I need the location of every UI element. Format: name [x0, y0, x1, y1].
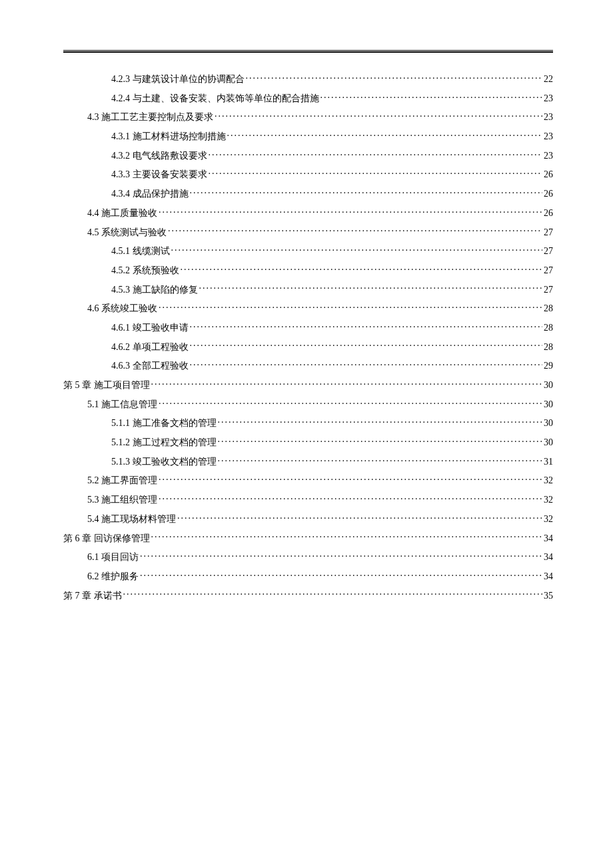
toc-leader-dots [140, 551, 542, 560]
toc-entry-label: 4.5.2 系统预验收 [111, 265, 179, 277]
toc-entry: 4.4 施工质量验收 26 [63, 207, 553, 219]
toc-leader-dots [227, 130, 543, 139]
toc-leader-dots [209, 149, 543, 159]
toc-leader-dots [190, 359, 543, 369]
toc-entry-label: 6.2 维护服务 [87, 571, 139, 583]
toc-entry: 第 7 章 承诺书 35 [63, 589, 553, 602]
toc-entry-page: 26 [544, 169, 553, 181]
toc-leader-dots [199, 283, 543, 293]
toc-entry-label: 5.4 施工现场材料管理 [87, 513, 176, 525]
toc-leader-dots [190, 341, 543, 350]
toc-entry-page: 34 [544, 571, 553, 583]
toc-entry-label: 6.1 项目回访 [87, 551, 139, 563]
toc-entry: 第 6 章 回访保修管理 34 [63, 532, 553, 545]
toc-leader-dots [218, 417, 543, 426]
toc-entry-page: 31 [544, 456, 553, 468]
toc-entry-page: 30 [544, 437, 553, 449]
toc-entry-label: 第 6 章 回访保修管理 [63, 533, 150, 545]
toc-entry-page: 23 [544, 111, 553, 123]
toc-leader-dots [215, 111, 542, 120]
toc-entry-page: 23 [544, 131, 553, 143]
toc-entry-page: 23 [544, 93, 553, 105]
toc-entry-page: 32 [544, 475, 553, 487]
toc-leader-dots [320, 92, 543, 101]
toc-leader-dots [190, 321, 543, 331]
toc-entry: 5.1.2 施工过程文档的管理 30 [63, 436, 553, 449]
toc-entry-page: 32 [544, 513, 553, 525]
toc-entry: 5.4 施工现场材料管理 32 [63, 513, 553, 525]
toc-entry: 4.6 系统竣工验收 28 [63, 302, 553, 315]
toc-entry-label: 4.3 施工工艺主要控制点及要求 [87, 111, 213, 123]
toc-leader-dots [151, 532, 543, 541]
toc-entry-label: 5.2 施工界面管理 [87, 475, 157, 487]
toc-entry-page: 35 [544, 590, 553, 602]
toc-leader-dots [159, 302, 542, 311]
toc-entry: 5.1 施工信息管理 30 [63, 398, 553, 411]
toc-entry: 4.3.3 主要设备安装要求 26 [63, 168, 553, 181]
toc-leader-dots [181, 264, 543, 273]
toc-entry-label: 第 5 章 施工项目管理 [63, 379, 150, 391]
toc-entry-label: 4.5 系统测试与验收 [87, 227, 167, 239]
toc-entry-label: 4.5.1 线缆测试 [111, 245, 170, 257]
toc-leader-dots [151, 379, 543, 388]
toc-entry: 4.3 施工工艺主要控制点及要求 23 [63, 111, 553, 123]
toc-entry: 4.3.4 成品保护措施 26 [63, 187, 553, 200]
toc-entry-page: 30 [544, 399, 553, 411]
toc-entry-label: 4.3.4 成品保护措施 [111, 188, 189, 200]
toc-entry: 4.5.2 系统预验收 27 [63, 264, 553, 277]
toc-entry-label: 5.1.1 施工准备文档的管理 [111, 417, 217, 429]
toc-entry: 4.5.3 施工缺陷的修复 27 [63, 283, 553, 296]
toc-entry-label: 4.5.3 施工缺陷的修复 [111, 284, 198, 296]
toc-entry: 4.2.4 与土建、设备安装、内装饰等单位的配合措施 23 [63, 92, 553, 105]
toc-entry: 6.2 维护服务 34 [63, 570, 553, 583]
toc-entry-label: 4.3.1 施工材料进场控制措施 [111, 131, 226, 143]
toc-entry: 第 5 章 施工项目管理 30 [63, 379, 553, 391]
toc-leader-dots [190, 187, 543, 197]
toc-entry-label: 5.3 施工组织管理 [87, 494, 157, 506]
toc-entry: 4.5.1 线缆测试 27 [63, 245, 553, 257]
toc-entry-page: 22 [544, 73, 553, 85]
toc-entry-label: 5.1 施工信息管理 [87, 399, 157, 411]
toc-entry-page: 26 [544, 188, 553, 200]
toc-entry-label: 第 7 章 承诺书 [63, 590, 122, 602]
toc-entry-page: 28 [544, 322, 553, 334]
toc-entry-label: 4.4 施工质量验收 [87, 207, 157, 219]
toc-leader-dots [140, 570, 542, 579]
toc-entry-page: 27 [544, 227, 553, 239]
toc-entry-page: 23 [544, 150, 553, 162]
toc-entry: 5.3 施工组织管理 32 [63, 493, 553, 506]
toc-entry-label: 4.2.4 与土建、设备安装、内装饰等单位的配合措施 [111, 93, 319, 105]
toc-entry: 4.2.3 与建筑设计单位的协调配合 22 [63, 73, 553, 85]
toc-leader-dots [246, 73, 543, 82]
document-page: 4.2.3 与建筑设计单位的协调配合 224.2.4 与土建、设备安装、内装饰等… [0, 0, 613, 602]
toc-entry-label: 4.6.3 全部工程验收 [111, 360, 189, 372]
toc-leader-dots [209, 168, 543, 177]
toc-entry-page: 32 [544, 494, 553, 506]
toc-entry-page: 30 [544, 417, 553, 429]
toc-entry-page: 29 [544, 360, 553, 372]
toc-leader-dots [171, 245, 543, 254]
toc-entry-label: 4.2.3 与建筑设计单位的协调配合 [111, 73, 245, 85]
toc-leader-dots [159, 474, 542, 483]
toc-entry-label: 4.6.1 竣工验收申请 [111, 322, 189, 334]
toc-entry: 5.2 施工界面管理 32 [63, 474, 553, 487]
toc-entry-page: 27 [544, 284, 553, 296]
toc-entry-page: 34 [544, 551, 553, 563]
toc-leader-dots [159, 207, 542, 216]
toc-entry-label: 4.6.2 单项工程验收 [111, 341, 189, 353]
toc-entry: 4.5 系统测试与验收 27 [63, 226, 553, 239]
toc-entry-page: 27 [544, 245, 553, 257]
toc-leader-dots [123, 589, 543, 599]
toc-leader-dots [218, 436, 543, 445]
toc-leader-dots [218, 455, 543, 465]
toc-leader-dots [159, 398, 542, 407]
toc-entry: 6.1 项目回访 34 [63, 551, 553, 563]
toc-entry: 4.6.1 竣工验收申请 28 [63, 321, 553, 334]
toc-entry-page: 34 [544, 533, 553, 545]
toc-entry-page: 28 [544, 303, 553, 315]
toc-entry-label: 5.1.2 施工过程文档的管理 [111, 437, 217, 449]
toc-entry-page: 27 [544, 265, 553, 277]
header-rule [63, 50, 553, 53]
toc-entry: 4.3.2 电气线路敷设要求 23 [63, 149, 553, 162]
toc-entry-label: 4.3.3 主要设备安装要求 [111, 169, 207, 181]
